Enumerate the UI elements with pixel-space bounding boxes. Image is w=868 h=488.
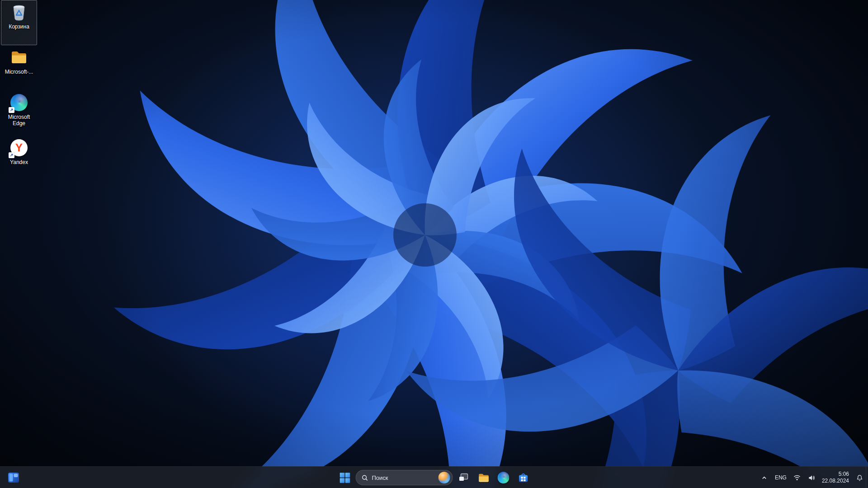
notification-center-button[interactable] [854, 469, 865, 487]
tray-overflow-chevron[interactable] [759, 469, 770, 487]
desktop-icon-microsoft-edge[interactable]: Microsoft Edge [1, 90, 37, 136]
task-view-button[interactable] [455, 469, 473, 487]
bloom-wallpaper-art [0, 0, 868, 488]
search-placeholder: Поиск [372, 474, 435, 481]
volume-tray-button[interactable] [806, 469, 817, 487]
search-box[interactable]: Поиск [356, 470, 453, 485]
desktop-icon-label: Microsoft-... [5, 69, 33, 75]
folder-icon [9, 48, 28, 67]
show-desktop-button[interactable] [866, 467, 868, 488]
search-icon [362, 474, 368, 481]
desktop-wallpaper [0, 0, 868, 488]
desktop-icon-recycle-bin[interactable]: Корзина [1, 0, 37, 45]
taskbar-pinned-app-button[interactable] [5, 469, 23, 487]
windows-logo-icon [339, 472, 350, 483]
desktop-icon-label: Microsoft Edge [1, 114, 37, 127]
desktop-icon-column: Корзина Microsoft-... Microsoft Edge [0, 0, 38, 181]
desktop-icon-label: Yandex [10, 159, 28, 165]
shortcut-arrow-icon [9, 152, 14, 158]
windows-desktop: Корзина Microsoft-... Microsoft Edge [0, 0, 868, 488]
language-indicator[interactable]: ENG [773, 469, 788, 487]
taskbar: Поиск [0, 466, 868, 488]
file-explorer-icon [477, 472, 490, 484]
microsoft-store-icon [518, 472, 529, 483]
clock-date: 22.08.2024 [822, 478, 849, 484]
clock-time: 5:06 [822, 471, 849, 478]
search-highlight-icon [439, 472, 450, 483]
blue-window-app-icon [7, 471, 20, 484]
microsoft-edge-button[interactable] [495, 469, 513, 487]
notification-bell-icon [856, 474, 863, 481]
yandex-icon: Y [9, 138, 28, 157]
network-tray-button[interactable] [791, 469, 803, 487]
speaker-icon [808, 474, 815, 481]
edge-icon [9, 93, 28, 112]
task-view-icon [458, 472, 469, 483]
desktop-icon-yandex[interactable]: Y Yandex [1, 136, 37, 181]
edge-icon [498, 472, 509, 483]
recycle-bin-icon [9, 3, 28, 22]
clock[interactable]: 5:06 22.08.2024 [820, 469, 851, 487]
desktop-icon-folder[interactable]: Microsoft-... [1, 45, 37, 90]
wifi-icon [793, 474, 801, 481]
file-explorer-button[interactable] [475, 469, 493, 487]
microsoft-store-button[interactable] [514, 469, 533, 487]
start-button[interactable] [336, 469, 354, 487]
desktop-icon-label: Корзина [9, 23, 29, 30]
shortcut-arrow-icon [9, 107, 14, 113]
chevron-up-icon [761, 475, 767, 481]
